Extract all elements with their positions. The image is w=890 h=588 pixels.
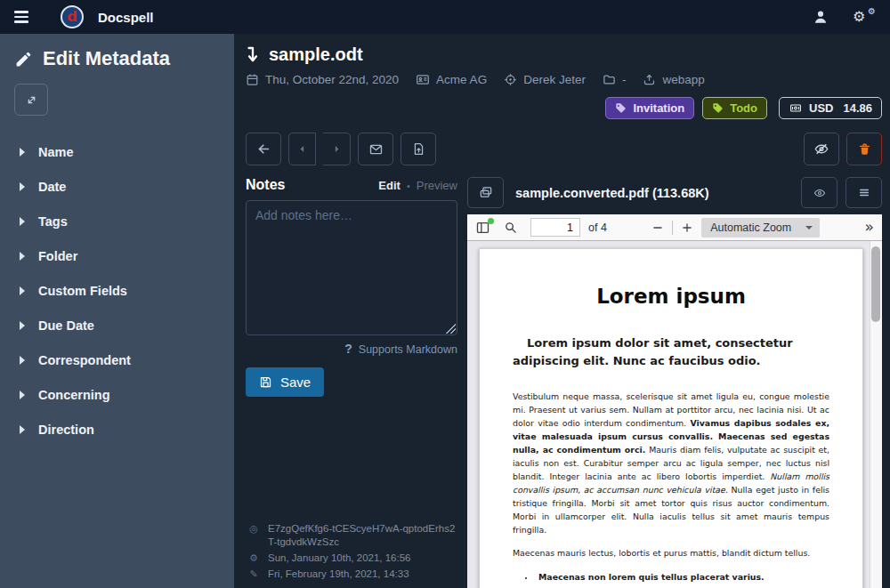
item-source: webapp bbox=[643, 73, 704, 86]
hamburger-menu-icon[interactable] bbox=[14, 11, 28, 23]
sidebar-item-concerning[interactable]: Concerning bbox=[14, 381, 220, 409]
next-item-button[interactable] bbox=[323, 133, 351, 165]
edit-metadata-sidebar: Edit Metadata Name Date Tags Folder Cust… bbox=[0, 34, 234, 588]
envelope-icon bbox=[368, 142, 384, 157]
tag-badge-invitation[interactable]: Invitation bbox=[605, 97, 694, 119]
item-title: sample.odt bbox=[269, 44, 363, 65]
docspell-logo[interactable]: d bbox=[61, 5, 84, 28]
sidebar-item-name[interactable]: Name bbox=[14, 138, 220, 166]
item-date: Thu, October 22nd, 2020 bbox=[246, 73, 399, 86]
bullseye-icon: ◎ bbox=[247, 522, 260, 536]
item-concerning: Derek Jeter bbox=[504, 73, 586, 86]
content-area: Edit Metadata Name Date Tags Folder Cust… bbox=[0, 34, 890, 588]
sidebar-title-row: Edit Metadata bbox=[14, 47, 220, 70]
caret-right-icon bbox=[20, 182, 25, 191]
question-mark-icon[interactable]: ? bbox=[344, 342, 352, 356]
metadata-section-list: Name Date Tags Folder Custom Fields Due … bbox=[14, 138, 220, 444]
sidebar-item-tags[interactable]: Tags bbox=[14, 207, 220, 236]
calendar-icon bbox=[246, 73, 259, 86]
folder-icon bbox=[603, 73, 616, 86]
pdf-more-tools-button[interactable]: » bbox=[865, 220, 874, 235]
sidebar-item-direction[interactable]: Direction bbox=[14, 415, 220, 444]
eye-icon bbox=[813, 187, 827, 199]
item-created-row: ⚙ Sun, January 10th, 2021, 16:56 bbox=[247, 552, 456, 565]
save-notes-button[interactable]: Save bbox=[246, 367, 324, 397]
sidebar-item-date[interactable]: Date bbox=[14, 173, 220, 201]
item-detail-main: sample.odt Thu, October 22nd, 2020 Acme … bbox=[234, 34, 890, 588]
caret-right-icon bbox=[20, 148, 25, 157]
prev-next-group bbox=[288, 133, 351, 165]
sidebar-item-due-date[interactable]: Due Date bbox=[14, 311, 220, 340]
pdf-page-count-label: of 4 bbox=[588, 222, 607, 234]
hide-item-button[interactable] bbox=[804, 133, 839, 165]
document-subtitle: Lorem ipsum dolor sit amet, consectetur … bbox=[513, 334, 829, 369]
custom-field-badge-usd[interactable]: USD 14.86 bbox=[779, 97, 882, 119]
back-button[interactable] bbox=[246, 133, 281, 165]
tag-badge-todo[interactable]: Todo bbox=[702, 97, 767, 119]
notes-title: Notes bbox=[246, 177, 285, 193]
caret-right-icon bbox=[20, 252, 25, 261]
document-bullet-list: Maecenas non lorem quis tellus placerat … bbox=[513, 571, 829, 588]
notes-tab-edit[interactable]: Edit bbox=[378, 179, 400, 192]
resize-grip-icon[interactable] bbox=[446, 324, 456, 334]
pdf-scrollbar-thumb[interactable] bbox=[871, 246, 880, 322]
caret-right-icon bbox=[20, 356, 25, 365]
bars-menu-icon bbox=[858, 187, 870, 198]
pdf-zoom-out-button[interactable] bbox=[651, 222, 664, 234]
item-meta-row: Thu, October 22nd, 2020 Acme AG Derek Je… bbox=[246, 73, 882, 86]
add-files-button[interactable] bbox=[400, 133, 436, 165]
attachment-filename: sample.converted.pdf (113.68K) bbox=[515, 186, 789, 200]
item-toolbar bbox=[246, 133, 882, 165]
trash-icon bbox=[858, 141, 871, 157]
sidebar-item-custom-fields[interactable]: Custom Fields bbox=[14, 277, 220, 305]
pdf-viewer[interactable]: Lorem ipsum Lorem ipsum dolor sit amet, … bbox=[467, 241, 882, 588]
expand-arrows-icon bbox=[25, 93, 38, 107]
item-updated-date: Fri, February 19th, 2021, 14:33 bbox=[268, 568, 409, 581]
list-item: Maecenas non lorem quis tellus placerat … bbox=[535, 571, 829, 584]
gear-icon: ⚙ bbox=[247, 552, 260, 565]
attachment-select-button[interactable] bbox=[467, 177, 504, 208]
delete-item-button[interactable] bbox=[846, 133, 882, 165]
attachment-header: sample.converted.pdf (113.68K) bbox=[467, 177, 882, 208]
app-title[interactable]: Docspell bbox=[98, 10, 154, 25]
sidebar-item-correspondent[interactable]: Correspondent bbox=[14, 346, 220, 375]
previous-item-button[interactable] bbox=[288, 133, 316, 165]
pdf-zoom-in-button[interactable] bbox=[681, 222, 693, 234]
item-system-info: ◎ E7zgQefKfg6-tCEScyeH7wA-qptodErhs2T-tg… bbox=[246, 516, 457, 588]
tab-separator-dot: • bbox=[407, 181, 410, 191]
markdown-hint: ? Supports Markdown bbox=[246, 342, 457, 356]
eye-slash-icon bbox=[813, 141, 829, 157]
tag-icon bbox=[712, 102, 724, 114]
sidebar-title: Edit Metadata bbox=[43, 47, 170, 70]
expand-collapse-button[interactable] bbox=[14, 84, 48, 116]
item-id-row: ◎ E7zgQefKfg6-tCEScyeH7wA-qptodErhs2T-tg… bbox=[247, 522, 456, 549]
pdf-zoom-select[interactable]: Automatic Zoom bbox=[701, 218, 820, 238]
chevron-right-icon bbox=[332, 144, 342, 154]
sidebar-item-folder[interactable]: Folder bbox=[14, 242, 220, 270]
attachment-view-button[interactable] bbox=[801, 177, 837, 208]
pdf-find-button[interactable] bbox=[504, 221, 517, 234]
caret-right-icon bbox=[20, 391, 25, 399]
pdf-page-number-input[interactable] bbox=[530, 218, 580, 237]
docspell-app: d Docspell ⚙ ⚙ Edit Metadata Name Date T… bbox=[0, 0, 890, 588]
user-account-icon[interactable] bbox=[812, 8, 829, 26]
settings-cogs-icon[interactable]: ⚙ ⚙ bbox=[853, 7, 876, 27]
notes-tab-preview[interactable]: Preview bbox=[417, 179, 457, 192]
attachment-header-actions bbox=[801, 177, 882, 208]
notes-tabs: Edit • Preview bbox=[378, 179, 457, 192]
send-mail-button[interactable] bbox=[358, 133, 393, 165]
tag-badge-row: Invitation Todo USD 14.86 bbox=[246, 97, 882, 119]
caret-right-icon bbox=[20, 321, 25, 330]
minus-icon bbox=[651, 222, 664, 234]
id-card-icon bbox=[416, 73, 430, 86]
pdfjs-toolbar: of 4 Automatic Zoom bbox=[467, 214, 882, 241]
notes-textarea-wrap bbox=[246, 200, 457, 335]
attachment-panel: sample.converted.pdf (113.68K) bbox=[467, 177, 882, 588]
notes-header: Notes Edit • Preview bbox=[246, 177, 457, 193]
item-folder: - bbox=[603, 73, 627, 86]
pdf-sidebar-toggle-button[interactable] bbox=[475, 221, 490, 235]
notes-input[interactable] bbox=[246, 200, 457, 335]
attachment-menu-button[interactable] bbox=[846, 177, 882, 208]
crosshair-icon bbox=[504, 73, 517, 86]
money-bill-icon bbox=[789, 102, 803, 114]
